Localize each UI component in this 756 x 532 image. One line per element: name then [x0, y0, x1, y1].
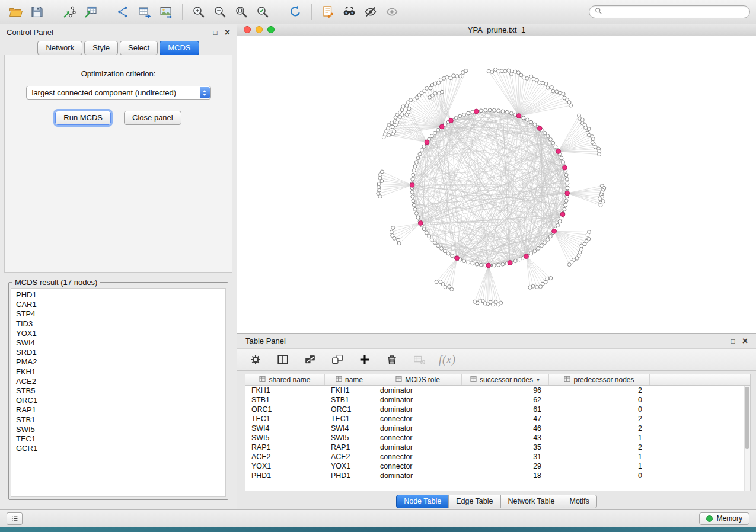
- mcds-result-list[interactable]: PHD1CAR1STP4TID3YOX1SWI4SRD1PMA2FKH1ACE2…: [11, 288, 226, 497]
- mcds-result-item[interactable]: STP4: [11, 309, 225, 319]
- close-table-panel-icon[interactable]: ×: [742, 336, 748, 346]
- tab-mcds[interactable]: MCDS: [160, 41, 199, 55]
- column-label: successor nodes: [480, 376, 533, 384]
- network-canvas[interactable]: [237, 36, 756, 333]
- table-row[interactable]: TEC1TEC1connector472: [245, 414, 750, 424]
- minimize-window-icon[interactable]: [256, 26, 263, 33]
- tab-motifs[interactable]: Motifs: [562, 495, 596, 508]
- mcds-result-item[interactable]: PHD1: [11, 290, 225, 300]
- import-network-button[interactable]: [60, 3, 79, 21]
- table-row[interactable]: SWI4SWI4dominator462: [245, 424, 750, 433]
- save-icon: [30, 5, 44, 19]
- table-settings-button[interactable]: [248, 352, 263, 367]
- table-scrollbar[interactable]: [744, 386, 750, 491]
- cell-name: PHD1: [325, 472, 374, 480]
- search-box[interactable]: [589, 5, 750, 18]
- select-all-rows-button[interactable]: [302, 352, 318, 367]
- maximize-window-icon[interactable]: [267, 26, 275, 33]
- export-network-button[interactable]: [114, 3, 133, 21]
- mcds-result-item[interactable]: TID3: [11, 319, 225, 329]
- close-panel-button[interactable]: Close panel: [124, 111, 181, 125]
- right-column: YPA_prune.txt_1 Table Panel □ × f(x): [237, 24, 756, 509]
- cell-name: RAP1: [325, 443, 374, 451]
- table-row[interactable]: ORC1ORC1dominator610: [245, 405, 750, 414]
- table-row[interactable]: FKH1FKH1dominator962: [245, 386, 750, 395]
- mcds-result-item[interactable]: SWI4: [11, 338, 225, 348]
- tab-node-table[interactable]: Node Table: [396, 495, 449, 508]
- cell-shared-name: FKH1: [245, 386, 325, 395]
- float-table-panel-icon[interactable]: □: [731, 337, 735, 345]
- application-window: Control Panel □ × NetworkStyleSelectMCDS…: [0, 0, 756, 527]
- delete-columns-button[interactable]: [384, 352, 400, 367]
- clone-network-button[interactable]: [318, 3, 337, 21]
- column-header-predecessor-nodes[interactable]: predecessor nodes: [549, 374, 650, 385]
- optimization-criterion-label: Optimization criterion:: [5, 69, 232, 78]
- table-row[interactable]: RAP1RAP1dominator352: [245, 443, 750, 452]
- zoom-out-button[interactable]: [210, 3, 229, 21]
- tab-select[interactable]: Select: [120, 41, 158, 55]
- network-window-titlebar[interactable]: YPA_prune.txt_1: [237, 24, 756, 36]
- select-stepper-icon: [200, 87, 210, 98]
- criterion-select[interactable]: largest connected component (undirected): [26, 86, 211, 100]
- mcds-result-item[interactable]: STB5: [11, 386, 225, 396]
- column-header-successor-nodes[interactable]: successor nodes▼: [462, 374, 549, 385]
- add-column-button[interactable]: [357, 352, 372, 367]
- run-mcds-button[interactable]: Run MCDS: [55, 111, 111, 125]
- mcds-result-item[interactable]: ACE2: [11, 377, 225, 386]
- cell-predecessor-nodes: 0: [549, 405, 650, 414]
- function-builder-button[interactable]: f(x): [439, 354, 456, 366]
- zoom-selected-button[interactable]: [253, 3, 272, 21]
- table-row[interactable]: PHD1PHD1dominator180: [245, 471, 750, 480]
- show-all-button[interactable]: [382, 3, 401, 21]
- refresh-button[interactable]: [286, 3, 305, 21]
- float-panel-icon[interactable]: □: [213, 28, 217, 37]
- delete-table-button[interactable]: [412, 352, 427, 367]
- export-image-button[interactable]: [157, 3, 176, 21]
- search-input[interactable]: [606, 8, 744, 16]
- tab-network[interactable]: Network: [37, 41, 82, 55]
- cell-mcds-role: dominator: [374, 405, 462, 414]
- column-header-shared-name[interactable]: shared name: [245, 374, 325, 385]
- mcds-result-item[interactable]: PMA2: [11, 357, 225, 367]
- close-window-icon[interactable]: [244, 26, 251, 33]
- mcds-result-item[interactable]: RAP1: [11, 405, 225, 415]
- export-table-button[interactable]: [135, 3, 154, 21]
- close-panel-icon[interactable]: ×: [225, 28, 230, 37]
- table-row[interactable]: YOX1YOX1connector291: [245, 462, 750, 471]
- mcds-result-item[interactable]: SRD1: [11, 348, 225, 357]
- mcds-result-item[interactable]: GCR1: [11, 444, 225, 453]
- mcds-result-item[interactable]: CAR1: [11, 300, 225, 309]
- mcds-result-item[interactable]: STB1: [11, 415, 225, 425]
- mcds-result-item[interactable]: SWI5: [11, 425, 225, 434]
- tab-style[interactable]: Style: [84, 41, 118, 55]
- mcds-result-item[interactable]: ORC1: [11, 396, 225, 405]
- import-table-button[interactable]: [81, 3, 100, 21]
- column-label: predecessor nodes: [573, 376, 634, 384]
- column-visibility-button[interactable]: [275, 352, 291, 367]
- mcds-result-item[interactable]: FKH1: [11, 367, 225, 377]
- tab-network-table[interactable]: Network Table: [500, 495, 563, 508]
- zoom-in-icon: [192, 5, 206, 19]
- show-panels-button[interactable]: [7, 512, 23, 525]
- column-header-mcds-role[interactable]: MCDS role: [374, 374, 462, 385]
- open-file-button[interactable]: [6, 3, 25, 21]
- table-row[interactable]: SWI5SWI5connector431: [245, 433, 750, 443]
- search-neighbors-button[interactable]: [340, 3, 359, 21]
- table-row[interactable]: ACE2ACE2connector311: [245, 452, 750, 462]
- mcds-result-item[interactable]: TEC1: [11, 434, 225, 444]
- zoom-in-button[interactable]: [189, 3, 208, 21]
- memory-button[interactable]: Memory: [699, 512, 749, 525]
- cell-shared-name: ORC1: [245, 405, 325, 414]
- save-button[interactable]: [27, 3, 46, 21]
- scrollbar-thumb[interactable]: [745, 387, 749, 449]
- network-graph[interactable]: [237, 36, 755, 333]
- deselect-all-rows-button[interactable]: [330, 352, 345, 367]
- hide-selected-button[interactable]: [361, 3, 380, 21]
- column-header-name[interactable]: name: [325, 374, 374, 385]
- zoom-fit-button[interactable]: [232, 3, 251, 21]
- tab-edge-table[interactable]: Edge Table: [448, 495, 500, 508]
- memory-label: Memory: [717, 514, 742, 523]
- cell-shared-name: PHD1: [245, 472, 325, 480]
- table-row[interactable]: STB1STB1dominator620: [245, 395, 750, 405]
- mcds-result-item[interactable]: YOX1: [11, 329, 225, 338]
